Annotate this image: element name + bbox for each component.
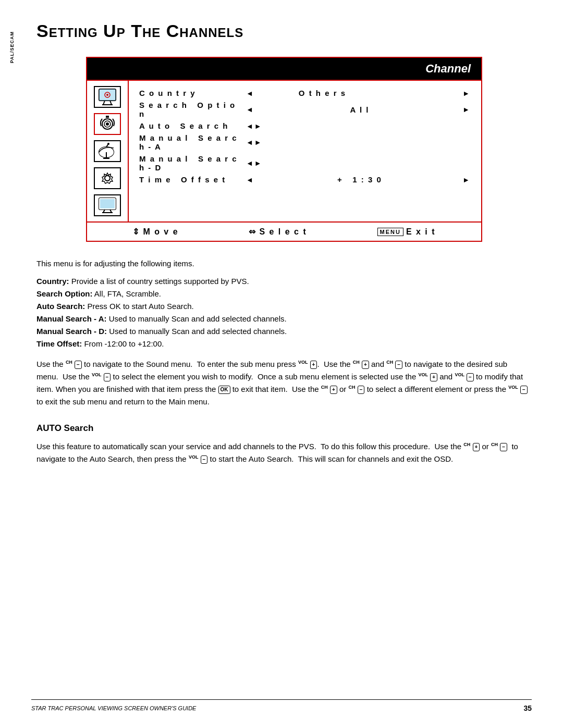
gear-icon [94,167,121,189]
menu-row-manual-a: M a n u a l S e a r c h - A ◄► [139,133,471,151]
minus-key-6: − [520,386,528,394]
channel-menu-box: Channel [86,57,482,242]
menu-row-auto-search: A u t o S e a r c h ◄► [139,121,471,130]
exit-label: E x i t [406,227,436,237]
ch-sup-2: CH [353,360,360,365]
country-label: C o u n t r y [139,89,243,97]
intro-text: This menu is for adjusting the following… [36,257,532,270]
vol-sup-4: VOL [455,372,464,377]
menu-row-manual-d: M a n u a l S e a r c h - D ◄► [139,154,471,172]
svg-line-3 [110,101,112,105]
time-offset-label: T i m e O f f s e t [139,175,243,184]
search-option-label: S e a r c h O p t i o n [139,101,243,118]
auto-search-description: Use this feature to automatically scan y… [36,440,532,465]
minus-key-7: − [500,443,507,451]
vol-sup-5: VOL [508,385,518,390]
minus-key-8: − [201,455,208,464]
auto-search-bold: Auto Search: [36,302,85,311]
select-icon: ⇔ [249,227,256,237]
svg-point-14 [107,143,109,145]
vol-sup-2: VOL [92,372,102,377]
svg-rect-21 [100,199,115,208]
plus-key-1: + [310,361,317,369]
menu-row-country: C o u n t r y ◄ O t h e r s ► [139,89,471,97]
manual-d-arrows: ◄► [246,159,263,167]
nav-move: ⇕ M o v e [132,227,178,237]
country-left-arrow: ◄ [246,89,254,97]
others-right-arrow: ► [462,89,471,97]
monitor-icon [94,86,121,108]
svg-rect-10 [106,116,109,118]
svg-line-2 [103,101,105,105]
nav-instructions: Use the CH − to navigate to the Sound me… [36,358,532,408]
auto-search-title: AUTO Search [36,421,532,435]
search-option-value: A l l [257,105,462,114]
time-offset-right-arrow: ► [462,176,471,184]
plus-key-3: + [430,373,437,381]
search-option-bold: Search Option: [36,289,93,298]
menu-nav-bar: ⇕ M o v e ⇔ S e l e c t MENU E x i t [87,221,481,241]
description-section: This menu is for adjusting the following… [36,257,532,465]
channel-header: Channel [87,58,481,80]
time-offset-left-arrow: ◄ [246,176,254,184]
others-label: O t h e r s [299,89,403,97]
plus-key-5: + [473,443,480,451]
ch-sup-7: CH [491,442,498,447]
ok-key-1: OK [218,386,230,394]
minus-key-2: − [395,361,402,369]
manual-a-bold: Manual Search - A: [36,314,106,323]
auto-search-label: A u t o S e a r c h [139,121,243,130]
vol-sup-6: VOL [189,454,199,460]
minus-key-1: − [75,361,82,369]
move-icon: ⇕ [132,227,140,237]
time-offset-bold: Time Offset: [36,339,82,348]
menu-row-time-offset: T i m e O f f s e t ◄ + 1 : 3 0 ► [139,175,471,184]
ch-sup-6: CH [463,442,470,447]
page-footer: STAR TRAC PERSONAL VIEWING SCREEN OWNER'… [31,699,532,712]
description-items: Country: Provide a list of country setti… [36,275,532,350]
icon-column [87,81,129,221]
page-title: Setting Up The Channels [36,21,532,41]
ch-sup-3: CH [386,360,393,365]
minus-key-4: − [467,373,474,381]
svg-point-6 [106,94,108,96]
vol-sup-3: VOL [418,372,428,377]
country-bold: Country: [36,277,69,286]
dish-icon [94,140,121,162]
plus-key-2: + [362,361,369,369]
manual-a-label: M a n u a l S e a r c h - A [139,133,243,151]
satellite-icon [94,113,121,135]
menu-key-label: MENU [377,228,403,236]
time-offset-value: + 1 : 3 0 [257,175,462,184]
svg-point-18 [105,176,110,181]
manual-d-bold: Manual Search - D: [36,327,107,336]
search-option-left-arrow: ◄ [246,105,254,114]
menu-content: C o u n t r y ◄ O t h e r s ► S e a r c … [129,81,481,221]
manual-a-arrows: ◄► [246,138,263,146]
svg-point-9 [106,122,109,126]
minus-key-5: − [358,386,365,394]
footer-left-text: STAR TRAC PERSONAL VIEWING SCREEN OWNER'… [31,705,196,711]
vol-sup-1: VOL [298,360,308,365]
move-label: M o v e [143,227,178,237]
screen-icon [94,194,121,216]
auto-search-arrows: ◄► [246,122,263,130]
ch-sup-5: CH [348,385,355,390]
manual-d-label: M a n u a l S e a r c h - D [139,154,243,172]
footer-page-number: 35 [523,704,532,712]
plus-key-4: + [330,386,337,394]
minus-key-3: − [104,373,111,381]
sidebar-label: PAL/SECAM [9,31,15,63]
ch-sup-1: CH [66,360,72,365]
nav-exit: MENU E x i t [377,227,436,237]
select-label: S e l e c t [259,227,307,237]
search-option-right-arrow: ► [462,105,471,114]
menu-row-search-option: S e a r c h O p t i o n ◄ A l l ► [139,101,471,118]
nav-select: ⇔ S e l e c t [249,227,307,237]
ch-sup-4: CH [321,385,328,390]
